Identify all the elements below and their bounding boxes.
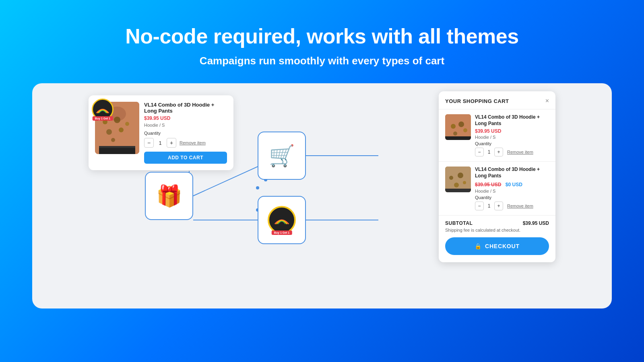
page-wrapper: No-code required, works with all themes … xyxy=(0,0,644,309)
cart-item-1-name: VL14 Combo of 3D Hoodie + Long Pants xyxy=(475,114,549,127)
svg-point-23 xyxy=(458,121,464,127)
cart-close-button[interactable]: × xyxy=(545,98,549,104)
svg-point-17 xyxy=(119,128,124,132)
cart-item-2-variant: Hoodie / S xyxy=(475,189,549,193)
cart-item-1: VL14 Combo of 3D Hoodie + Long Pants $39… xyxy=(439,109,555,162)
main-title: No-code required, works with all themes xyxy=(8,24,636,48)
product-card-name: VL14 Combo of 3D Hoodie + Long Pants xyxy=(144,102,227,114)
flow-node-cart: 🛒 xyxy=(258,132,306,180)
cart-item-2-qty-val: 1 xyxy=(486,203,492,209)
svg-point-24 xyxy=(463,128,467,132)
svg-point-5 xyxy=(256,186,259,189)
demo-panel: Buy 1 Get 1 xyxy=(32,83,612,309)
add-to-cart-button[interactable]: ADD TO CART xyxy=(144,152,227,164)
cart-item-2-price-crossed: $39.95 USD xyxy=(475,182,501,187)
promo-badge-node: Buy 1 Get 1 xyxy=(268,206,296,234)
cart-item-1-details: VL14 Combo of 3D Hoodie + Long Pants $39… xyxy=(475,114,549,156)
cart-item-1-image xyxy=(445,114,471,140)
cart-item-2-qty-row: − 1 + Remove item xyxy=(475,202,549,210)
cart-item-1-qty-label: Quantity xyxy=(475,141,549,146)
svg-rect-20 xyxy=(99,146,135,148)
cart-item-1-variant: Hoodie / S xyxy=(475,135,549,140)
cart-item-2: VL14 Combo of 3D Hoodie + Long Pants $39… xyxy=(439,162,555,216)
cart-item-2-remove-link[interactable]: Remove item xyxy=(507,204,533,208)
svg-point-18 xyxy=(111,138,115,142)
cart-item-1-price: $39.95 USD xyxy=(475,128,549,134)
cart-panel-header: YOUR SHOPPING CART × xyxy=(439,91,555,109)
rainbow-arc xyxy=(95,105,110,114)
buy-badge-circle: Buy 1 Get 1 xyxy=(92,99,114,120)
svg-point-31 xyxy=(454,183,459,187)
svg-rect-21 xyxy=(445,114,471,140)
svg-rect-32 xyxy=(445,189,471,192)
cart-item-1-qty-row: − 1 + Remove item xyxy=(475,148,549,156)
cart-item-2-image xyxy=(445,167,471,192)
product-card: Buy 1 Get 1 xyxy=(89,95,233,170)
svg-point-14 xyxy=(114,117,120,123)
cart-subtotal-value: $39.95 USD xyxy=(523,220,549,226)
promo-badge-ribbon: Buy 1 Get 1 xyxy=(272,230,292,235)
cart-item-1-qty-val: 1 xyxy=(486,149,492,155)
svg-point-30 xyxy=(463,181,466,184)
checkout-label: CHECKOUT xyxy=(485,243,520,249)
svg-point-29 xyxy=(458,173,463,178)
cart-item-2-qty-label: Quantity xyxy=(475,195,549,200)
cart-panel-title: YOUR SHOPPING CART xyxy=(445,98,509,104)
quantity-value: 1 xyxy=(157,140,163,146)
gift-icon: 🎁 xyxy=(156,184,182,208)
flow-node-gift: 🎁 xyxy=(145,172,193,220)
checkout-lock-icon: 🔒 xyxy=(475,243,482,249)
product-card-variant: Hoodie / S xyxy=(144,123,227,128)
quantity-label: Quantity xyxy=(144,131,227,136)
cart-subtotal-row: SUBTOTAL $39.95 USD xyxy=(445,220,549,226)
cart-item-1-remove-link[interactable]: Remove item xyxy=(507,150,533,154)
svg-point-16 xyxy=(106,129,112,135)
cart-subtotal-label: SUBTOTAL xyxy=(445,220,473,226)
quantity-row: − 1 + Remove item xyxy=(144,138,227,148)
svg-point-15 xyxy=(125,122,129,126)
product-info: VL14 Combo of 3D Hoodie + Long Pants $39… xyxy=(144,102,227,164)
cart-node-icon: 🛒 xyxy=(269,144,295,168)
flow-node-promo: Buy 1 Get 1 xyxy=(258,196,306,244)
sub-title: Campaigns run smoothly with every types … xyxy=(8,55,636,67)
svg-point-25 xyxy=(453,132,457,136)
flow-area: Buy 1 Get 1 xyxy=(32,83,612,309)
cart-item-1-increase-btn[interactable]: + xyxy=(494,148,503,156)
promo-rainbow-arc xyxy=(273,215,290,225)
quantity-increase-btn[interactable]: + xyxy=(167,138,176,148)
cart-shipping-note: Shipping fee is calculated at checkout. xyxy=(445,228,549,232)
buy-badge-ribbon: Buy 1 Get 1 xyxy=(93,116,113,121)
cart-item-2-name: VL14 Combo of 3D Hoodie + Long Pants xyxy=(475,167,549,179)
product-image-wrap: Buy 1 Get 1 xyxy=(95,102,139,154)
cart-item-2-increase-btn[interactable]: + xyxy=(494,202,503,210)
svg-point-28 xyxy=(449,176,453,180)
svg-rect-27 xyxy=(445,167,471,192)
quantity-decrease-btn[interactable]: − xyxy=(144,138,154,148)
cart-item-2-details: VL14 Combo of 3D Hoodie + Long Pants $39… xyxy=(475,167,549,210)
svg-point-22 xyxy=(451,124,456,129)
header-section: No-code required, works with all themes … xyxy=(0,0,644,83)
buy-badge: Buy 1 Get 1 xyxy=(92,99,114,120)
checkout-button[interactable]: 🔒 CHECKOUT xyxy=(445,237,549,255)
svg-rect-26 xyxy=(445,136,471,140)
product-card-price: $39.95 USD xyxy=(144,115,227,121)
remove-item-link[interactable]: Remove item xyxy=(180,140,206,145)
cart-item-1-img-svg xyxy=(445,114,471,140)
cart-item-2-price-row: $39.95 USD $0 USD xyxy=(475,181,549,188)
cart-item-2-price-free: $0 USD xyxy=(506,182,522,187)
cart-item-2-decrease-btn[interactable]: − xyxy=(475,202,484,210)
cart-subtotal-section: SUBTOTAL $39.95 USD Shipping fee is calc… xyxy=(439,216,555,262)
cart-panel: YOUR SHOPPING CART × xyxy=(439,91,555,262)
cart-item-1-decrease-btn[interactable]: − xyxy=(475,148,484,156)
svg-rect-19 xyxy=(99,148,135,154)
cart-item-2-img-svg xyxy=(445,167,471,192)
